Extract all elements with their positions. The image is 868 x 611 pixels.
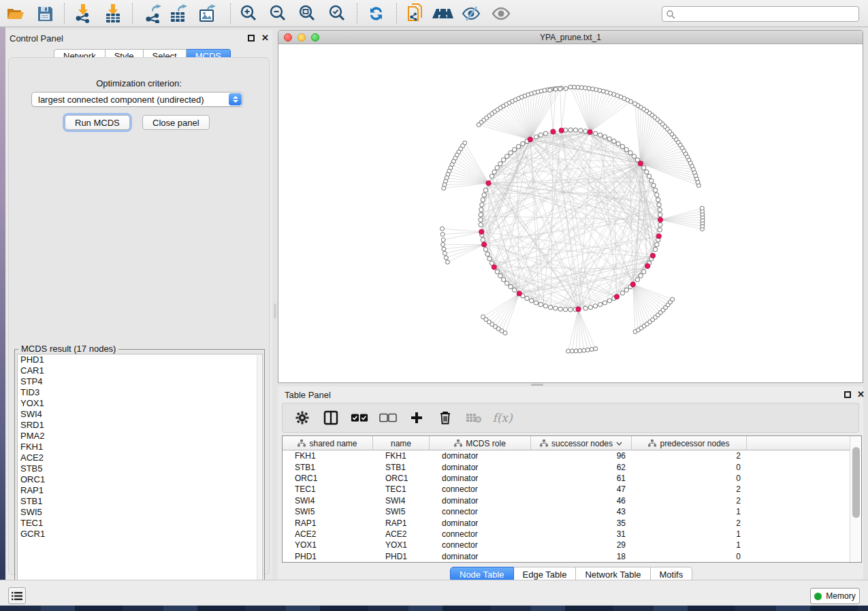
mcds-result-item[interactable]: RAP1 — [18, 485, 262, 496]
network-window-titlebar[interactable]: YPA_prune.txt_1 — [278, 31, 863, 44]
close-panel-button[interactable]: Close panel — [142, 115, 210, 130]
column-header-name[interactable]: name — [373, 436, 430, 450]
graph-hub-node[interactable] — [576, 307, 581, 312]
graph-hub-node[interactable] — [528, 137, 532, 142]
mcds-result-list[interactable]: PHD1CAR1STP4TID3YOX1SWI4SRD1PMA2FKH1ACE2… — [17, 354, 263, 596]
table-row[interactable]: YOX1YOX1connector291 — [283, 540, 850, 550]
graph-hub-node[interactable] — [551, 129, 556, 134]
splitter-grip[interactable] — [531, 384, 543, 386]
table-row[interactable]: FKH1FKH1dominator962 — [283, 450, 850, 461]
table-row[interactable]: SWI5SWI5connector431 — [283, 506, 850, 517]
mcds-list-scrollbar[interactable] — [257, 355, 261, 596]
table-row[interactable]: SWI4SWI4dominator462 — [283, 495, 850, 506]
graph-hub-node[interactable] — [658, 217, 662, 222]
mcds-result-item[interactable]: SWI4 — [18, 409, 262, 420]
column-header-predecessor-nodes[interactable]: predecessor nodes — [632, 436, 747, 450]
float-panel-icon[interactable] — [248, 35, 255, 42]
network-graph[interactable] — [278, 44, 863, 382]
mcds-result-item[interactable]: FKH1 — [18, 442, 262, 452]
graph-node — [645, 170, 649, 174]
splitter-grip[interactable] — [274, 303, 276, 318]
mcds-result-item[interactable]: TEC1 — [18, 518, 262, 529]
zoom-fit-icon[interactable] — [295, 3, 319, 24]
graph-node — [525, 296, 529, 300]
column-header-successor-nodes[interactable]: successor nodes — [531, 436, 632, 450]
search-input[interactable] — [675, 10, 858, 19]
mcds-result-item[interactable]: STB5 — [18, 463, 262, 474]
graph-hub-node[interactable] — [479, 229, 484, 234]
show-panel-list-button[interactable] — [8, 587, 26, 604]
memory-button[interactable]: Memory — [810, 588, 860, 604]
optimization-criterion-select[interactable]: largest connected component (undirected) — [31, 92, 243, 107]
show-all-eye-icon[interactable] — [489, 3, 513, 24]
mcds-result-item[interactable]: ORC1 — [18, 474, 262, 485]
table-row[interactable]: PHD1PHD1dominator180 — [283, 551, 850, 562]
table-cell: TEC1 — [373, 484, 430, 494]
graph-hub-node[interactable] — [638, 161, 643, 166]
show-column-icon[interactable] — [322, 409, 340, 427]
table-row[interactable]: STB1STB1dominator620 — [283, 461, 850, 472]
mcds-result-item[interactable]: GCR1 — [18, 529, 262, 540]
mcds-result-item[interactable]: ACE2 — [18, 452, 262, 463]
scrollbar-thumb[interactable] — [852, 447, 860, 518]
mcds-result-item[interactable]: STB1 — [18, 496, 262, 507]
graph-hub-node[interactable] — [614, 294, 619, 299]
mcds-result-item[interactable]: STP4 — [18, 376, 262, 387]
graph-hub-node[interactable] — [645, 263, 649, 268]
first-neighbors-icon[interactable] — [431, 3, 454, 24]
graph-hub-node[interactable] — [481, 242, 486, 247]
graph-node — [485, 252, 489, 256]
close-panel-icon[interactable]: ✕ — [261, 33, 269, 43]
import-network-icon[interactable] — [71, 3, 95, 24]
unselect-all-columns-icon[interactable] — [379, 409, 397, 427]
mcds-result-item[interactable]: SWI5 — [18, 507, 262, 518]
float-panel-icon[interactable] — [844, 391, 851, 398]
graph-hub-node[interactable] — [492, 265, 496, 269]
table-row[interactable]: ACE2ACE2connector311 — [283, 529, 850, 540]
table-row[interactable]: RAP1RAP1dominator352 — [283, 517, 850, 528]
mcds-result-item[interactable]: YOX1 — [18, 398, 262, 409]
run-mcds-button[interactable]: Run MCDS — [65, 115, 130, 130]
mcds-result-item[interactable]: TID3 — [18, 387, 262, 398]
network-canvas[interactable] — [278, 44, 863, 382]
table-cell: ACE2 — [373, 529, 430, 539]
clone-network-icon[interactable] — [404, 3, 428, 24]
mcds-result-item[interactable]: PMA2 — [18, 431, 262, 442]
export-image-icon[interactable] — [196, 3, 219, 24]
graph-node — [489, 174, 494, 178]
graph-hub-node[interactable] — [630, 282, 635, 286]
mcds-result-item[interactable]: SRD1 — [18, 420, 262, 431]
graph-hub-node[interactable] — [517, 291, 521, 296]
table-cell: TEC1 — [283, 484, 373, 494]
vertical-splitter[interactable] — [272, 30, 278, 580]
table-row[interactable]: ORC1ORC1dominator610 — [283, 473, 850, 484]
table-settings-gear-icon[interactable] — [293, 409, 311, 427]
zoom-out-icon[interactable] — [266, 3, 289, 24]
delete-column-trash-icon[interactable] — [436, 409, 454, 427]
table-row[interactable]: TEC1TEC1connector472 — [283, 484, 850, 495]
mcds-result-item[interactable]: PHD1 — [18, 354, 262, 365]
open-file-icon[interactable] — [4, 3, 27, 24]
mcds-result-item[interactable]: CAR1 — [18, 365, 262, 376]
import-table-icon[interactable] — [101, 3, 125, 24]
export-table-icon[interactable] — [167, 3, 190, 24]
graph-hub-node[interactable] — [588, 129, 592, 134]
create-column-plus-icon[interactable] — [408, 409, 425, 427]
table-scrollbar[interactable] — [850, 436, 861, 562]
save-session-icon[interactable] — [33, 3, 57, 24]
graph-hub-node[interactable] — [486, 180, 491, 185]
graph-hub-node[interactable] — [650, 253, 655, 258]
graph-hub-node[interactable] — [559, 128, 564, 133]
graph-leaf-node — [441, 238, 445, 242]
graph-hub-node[interactable] — [656, 233, 661, 238]
hide-selected-eye-icon[interactable] — [460, 3, 483, 24]
zoom-selected-icon[interactable] — [325, 3, 349, 24]
close-panel-icon[interactable]: ✕ — [857, 389, 865, 399]
refresh-view-icon[interactable] — [365, 3, 388, 24]
select-all-columns-icon[interactable] — [351, 409, 368, 427]
column-header-MCDS-role[interactable]: MCDS role — [430, 436, 531, 450]
search-field[interactable] — [662, 6, 859, 22]
export-network-icon[interactable] — [142, 3, 165, 24]
zoom-in-icon[interactable] — [237, 3, 260, 24]
column-header-shared-name[interactable]: shared name — [283, 436, 373, 450]
